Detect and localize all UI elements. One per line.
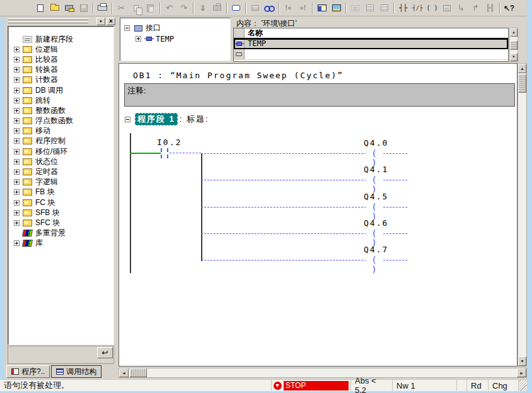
interface-root-row[interactable]: 接口 — [120, 23, 230, 33]
insert-network-button[interactable] — [362, 2, 377, 15]
scroll-left-button[interactable] — [119, 368, 129, 377]
expand-plus-icon[interactable] — [14, 88, 20, 93]
symbol-info-button[interactable] — [248, 2, 262, 15]
expand-plus-icon[interactable] — [14, 98, 20, 103]
insert-nc-contact-button[interactable] — [410, 2, 425, 15]
palette-titlebar[interactable] — [6, 17, 116, 26]
tree-item-counter[interactable]: 计数器 — [8, 75, 113, 85]
tree-item-status-bits[interactable]: 状态位 — [8, 156, 113, 167]
coil-rung[interactable]: Q4.1 — [201, 167, 407, 182]
network-title[interactable]: : 标题: — [180, 114, 209, 125]
expand-plus-icon[interactable] — [136, 36, 141, 42]
expand-plus-icon[interactable] — [14, 77, 20, 83]
network-label-selected[interactable]: 程序段 1 — [135, 113, 178, 126]
next-error-button[interactable] — [296, 2, 310, 15]
declaration-scrollbar[interactable] — [509, 28, 518, 62]
temp-section-row[interactable]: TEMP — [120, 33, 230, 44]
contact-address-label[interactable]: I0.2 — [157, 138, 182, 147]
tree-item-db-call[interactable]: DB 调用 — [8, 85, 113, 95]
tree-item-timers[interactable]: 定时器 — [8, 167, 113, 177]
program-elements-overview-button[interactable] — [315, 2, 329, 15]
tree-item-libraries[interactable]: 库 — [8, 238, 113, 249]
save-button[interactable] — [76, 2, 91, 15]
drag-gripper[interactable] — [8, 18, 88, 20]
tree-item-new-network[interactable]: 新建程序段 — [8, 34, 113, 44]
previous-error-button[interactable] — [281, 2, 296, 15]
expand-plus-icon[interactable] — [14, 149, 20, 155]
ladder-editor[interactable]: OB1 : “Main Program Sweep (Cycle)” 注释: 程… — [119, 63, 518, 367]
expand-plus-icon[interactable] — [14, 57, 20, 62]
declaration-row-temp[interactable]: TEMP — [234, 38, 508, 49]
tree-item-jumps[interactable]: 跳转 — [8, 95, 113, 105]
tree-item-fc-blocks[interactable]: FC 块 — [8, 197, 113, 208]
redo-button[interactable] — [176, 2, 191, 15]
resize-grip[interactable] — [518, 380, 527, 391]
collapse-minus-icon[interactable] — [125, 117, 130, 122]
coil-symbol[interactable] — [366, 255, 383, 274]
tree-item-fb-blocks[interactable]: FB 块 — [8, 187, 113, 197]
declaration-row-empty[interactable] — [234, 49, 508, 60]
tree-item-program-control[interactable]: 程序控制 — [8, 136, 113, 146]
expand-plus-icon[interactable] — [14, 128, 20, 134]
collapse-minus-icon[interactable] — [124, 25, 130, 31]
block-title[interactable]: OB1 : “Main Program Sweep (Cycle)” — [133, 71, 344, 80]
tab-call-structure[interactable]: 调用结构 — [51, 365, 101, 378]
cut-button[interactable] — [114, 2, 129, 15]
tree-item-move[interactable]: 移动 — [8, 126, 113, 136]
coil-address-label[interactable]: Q4.5 — [364, 192, 388, 201]
no-contact-symbol[interactable] — [161, 148, 168, 158]
insert-empty-box-button[interactable] — [439, 2, 454, 15]
download-button[interactable] — [195, 2, 210, 15]
palette-jump-button[interactable] — [97, 347, 113, 358]
coil-rung[interactable]: Q4.5 — [201, 194, 407, 209]
drag-gripper[interactable] — [8, 21, 88, 23]
coil-address-label[interactable]: Q4.0 — [364, 138, 388, 148]
tree-item-word-logic[interactable]: 字逻辑 — [8, 177, 113, 187]
tree-item-shift-rotate[interactable]: 移位/循环 — [8, 146, 113, 156]
coil-rung[interactable]: Q4.7 — [201, 247, 407, 262]
tree-item-comparator[interactable]: 比较器 — [8, 54, 113, 64]
paste-button[interactable] — [143, 2, 158, 15]
print-button[interactable] — [95, 2, 110, 15]
scroll-up-button[interactable] — [518, 64, 526, 73]
expand-plus-icon[interactable] — [14, 118, 20, 124]
tree-item-converter[interactable]: 转换器 — [8, 65, 113, 75]
tree-item-sfb-blocks[interactable]: SFB 块 — [8, 208, 113, 218]
tree-item-bit-logic[interactable]: 位逻辑 — [8, 44, 113, 54]
scrollbar-thumb[interactable] — [129, 368, 147, 377]
open-online-button[interactable] — [62, 2, 76, 15]
copy-button[interactable] — [129, 2, 143, 15]
expand-plus-icon[interactable] — [14, 200, 20, 206]
new-network-button[interactable] — [348, 2, 362, 15]
expand-plus-icon[interactable] — [14, 179, 20, 185]
diagram-view-button[interactable] — [329, 2, 344, 15]
block-comment-box[interactable]: 注释: — [124, 83, 515, 107]
scroll-down-button[interactable] — [518, 356, 526, 366]
expand-plus-icon[interactable] — [14, 159, 20, 165]
coil-address-label[interactable]: Q4.6 — [364, 218, 388, 228]
insert-connection-button[interactable] — [483, 2, 497, 15]
new-file-button[interactable] — [33, 2, 47, 15]
coil-address-label[interactable]: Q4.1 — [364, 165, 388, 174]
scroll-up-button[interactable] — [510, 28, 518, 37]
expand-plus-icon[interactable] — [14, 108, 20, 114]
undo-button[interactable] — [162, 2, 176, 15]
tree-item-integer-functions[interactable]: 整数函数 — [8, 105, 113, 115]
symbol-representation-button[interactable] — [229, 2, 243, 15]
expand-plus-icon[interactable] — [14, 210, 20, 216]
open-button[interactable] — [47, 2, 62, 15]
help-cursor-button[interactable] — [502, 2, 516, 15]
scrollbar-track[interactable] — [518, 93, 526, 356]
monitor-variable-button[interactable] — [210, 2, 224, 15]
tree-item-multiple-instances[interactable]: 多重背景 — [8, 228, 113, 238]
palette-close-button[interactable] — [107, 18, 115, 25]
expand-plus-icon[interactable] — [14, 47, 20, 52]
expand-plus-icon[interactable] — [14, 189, 20, 195]
scroll-right-button[interactable] — [517, 368, 526, 377]
insert-no-contact-button[interactable] — [396, 2, 410, 15]
expand-plus-icon[interactable] — [14, 138, 20, 144]
tab-program-elements[interactable]: 程序?.. — [6, 365, 50, 378]
expand-plus-icon[interactable] — [14, 220, 20, 226]
expand-plus-icon[interactable] — [14, 169, 20, 175]
insert-coil-button[interactable] — [425, 2, 439, 15]
